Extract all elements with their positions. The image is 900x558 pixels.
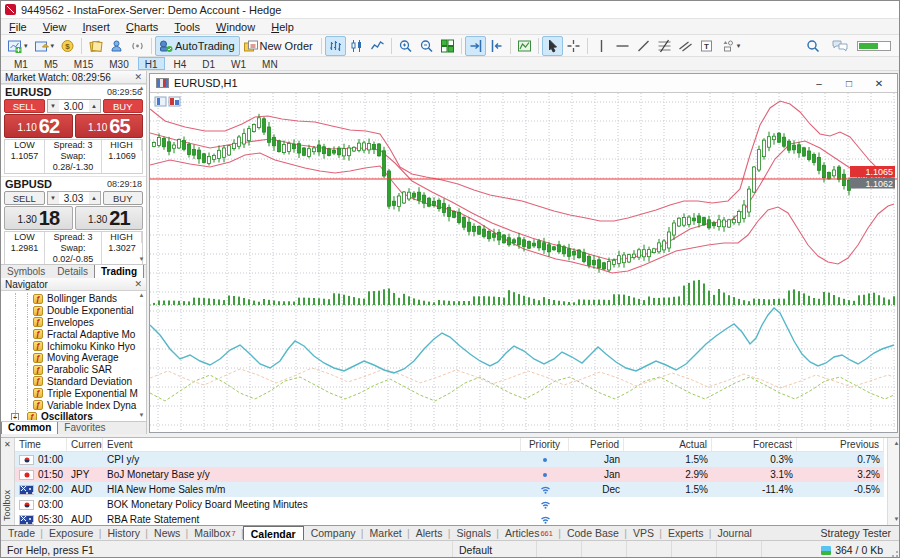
resize-grip[interactable] — [889, 541, 899, 558]
volume-stepper[interactable]: ▼3.00▲ — [47, 99, 101, 113]
tab-code-base[interactable]: Code Base| — [560, 526, 626, 540]
navigator-item-parabolic-sar[interactable]: ƒParabolic SAR — [1, 364, 146, 376]
navigator-item-envelopes[interactable]: ƒEnvelopes — [1, 317, 146, 329]
calendar-row[interactable]: 03:00BOK Monetary Policy Board Meeting M… — [15, 497, 884, 512]
tab-experts[interactable]: Experts| — [661, 526, 711, 540]
navigator-item-double-exponential[interactable]: ƒDouble Exponential — [1, 305, 146, 317]
open-profile-icon[interactable]: ▾ — [31, 36, 58, 56]
tab-signals[interactable]: Signals| — [450, 526, 498, 540]
column-header-priority[interactable]: Priority — [521, 438, 569, 451]
tab-details[interactable]: Details — [51, 265, 94, 278]
tab-news[interactable]: News| — [147, 526, 187, 540]
tab-market[interactable]: Market| — [363, 526, 409, 540]
calendar-row[interactable]: 01:00CPI y/yJan1.5%0.3%0.7% — [15, 452, 884, 467]
tab-company[interactable]: Company| — [304, 526, 363, 540]
ask-price-panel[interactable]: 1.1065 — [75, 114, 144, 138]
trendline-icon[interactable] — [633, 36, 654, 56]
stepper-up-icon[interactable]: ▲ — [89, 100, 100, 112]
symbol-name[interactable]: EURUSD — [5, 86, 51, 98]
column-header-previous[interactable]: Previous — [797, 438, 884, 451]
timeframe-m15[interactable]: M15 — [67, 57, 100, 70]
chat-icon[interactable] — [829, 36, 851, 56]
chart-title-bar[interactable]: EURUSD,H1 – □ ✕ — [150, 74, 897, 93]
maximize-icon[interactable]: □ — [843, 78, 855, 89]
tab-alerts[interactable]: Alerts| — [409, 526, 450, 540]
new-order-button[interactable]: New Order — [240, 36, 318, 56]
shapes-icon[interactable]: ▾ — [717, 36, 744, 56]
signal-icon[interactable] — [127, 36, 148, 56]
vertical-line-icon[interactable] — [591, 36, 612, 56]
dropdown-caret-icon[interactable]: ▾ — [737, 42, 741, 50]
scroll-down-icon[interactable]: ▼ — [892, 515, 900, 524]
autotrading-robot-button[interactable]: AutoTrading — [155, 36, 240, 56]
navigator-item-moving-average[interactable]: ƒMoving Average — [1, 352, 146, 364]
zoom-in-icon[interactable] — [395, 36, 416, 56]
tab-trade[interactable]: Trade| — [1, 526, 42, 540]
tab-mailbox[interactable]: Mailbox7| — [187, 526, 242, 540]
timeframe-h4[interactable]: H4 — [167, 57, 194, 70]
tab-common[interactable]: Common — [1, 421, 58, 434]
tab-journal[interactable]: Journal — [711, 526, 759, 540]
menu-window[interactable]: Window — [208, 20, 263, 34]
tab-history[interactable]: History| — [100, 526, 147, 540]
search-icon[interactable] — [803, 36, 823, 56]
volume-stepper[interactable]: ▼3.03▲ — [47, 191, 101, 205]
timeframe-m30[interactable]: M30 — [102, 57, 135, 70]
menu-tools[interactable]: Tools — [166, 20, 208, 34]
volume-value[interactable]: 3.03 — [59, 193, 89, 204]
menu-file[interactable]: File — [1, 20, 35, 34]
tab-trading[interactable]: Trading — [94, 264, 144, 278]
dropdown-caret-icon[interactable]: ▾ — [51, 42, 55, 50]
tab-vps[interactable]: VPS| — [626, 526, 661, 540]
column-header-currency[interactable]: Currency — [67, 438, 103, 451]
line-chart-icon[interactable] — [367, 36, 388, 56]
channel-icon[interactable] — [675, 36, 696, 56]
navigator-item-variable-index-dyna[interactable]: ƒVariable Index Dyna — [1, 399, 146, 411]
horizontal-line-icon[interactable] — [612, 36, 633, 56]
chart-shift-icon[interactable] — [486, 36, 507, 56]
timeframe-d1[interactable]: D1 — [195, 57, 222, 70]
history-center-icon[interactable]: $ — [57, 36, 78, 56]
news-docs-icon[interactable] — [85, 36, 106, 56]
scroll-down-icon[interactable]: ▼ — [137, 255, 146, 264]
scroll-up-icon[interactable]: ▲ — [892, 439, 900, 448]
close-icon[interactable]: ✕ — [134, 72, 142, 82]
scroll-down-icon[interactable]: ▼ — [137, 411, 146, 420]
volume-value[interactable]: 3.00 — [59, 101, 89, 112]
menu-charts[interactable]: Charts — [118, 20, 166, 34]
timeframe-m1[interactable]: M1 — [7, 57, 35, 70]
close-icon[interactable]: ✕ — [4, 440, 11, 449]
bid-price-panel[interactable]: 1.3018 — [4, 206, 73, 230]
zoom-out-icon[interactable] — [416, 36, 437, 56]
menu-help[interactable]: Help — [263, 20, 302, 34]
stepper-down-icon[interactable]: ▼ — [48, 100, 59, 112]
tab-symbols[interactable]: Symbols — [1, 265, 51, 278]
market-watch-scrollbar[interactable]: ▲▼ — [137, 84, 146, 264]
fibonacci-icon[interactable] — [654, 36, 675, 56]
calendar-scrollbar[interactable]: ▲ ▼ — [887, 438, 900, 525]
tab-exposure[interactable]: Exposure| — [42, 526, 100, 540]
crosshair-icon[interactable] — [563, 36, 584, 56]
bid-price-panel[interactable]: 1.1062 — [4, 114, 73, 138]
candles-chart-icon[interactable] — [346, 36, 367, 56]
strategy-tester-label[interactable]: Strategy Tester — [813, 526, 899, 540]
column-header-forecast[interactable]: Forecast — [712, 438, 797, 451]
menu-view[interactable]: View — [35, 20, 75, 34]
ask-price-panel[interactable]: 1.3021 — [75, 206, 144, 230]
cursor-icon[interactable] — [542, 36, 563, 56]
close-icon[interactable]: ✕ — [873, 78, 885, 89]
tab-favorites[interactable]: Favorites — [58, 421, 111, 434]
column-header-period[interactable]: Period — [569, 438, 624, 451]
bars-chart-icon[interactable] — [325, 36, 346, 56]
menu-insert[interactable]: Insert — [74, 20, 118, 34]
navigator-item-ichimoku-kinko-hyo[interactable]: ƒIchimoku Kinko Hyo — [1, 340, 146, 352]
scroll-up-icon[interactable]: ▲ — [137, 291, 146, 300]
dropdown-caret-icon[interactable]: ▾ — [24, 42, 28, 50]
new-chart-icon[interactable]: ▾ — [4, 36, 31, 56]
tab-calendar[interactable]: Calendar — [243, 526, 304, 540]
symbol-name[interactable]: GBPUSD — [5, 178, 52, 190]
sell-button[interactable]: SELL — [4, 99, 45, 113]
tab-articles[interactable]: Articles661| — [498, 526, 560, 540]
close-icon[interactable]: ✕ — [134, 279, 142, 289]
calendar-row[interactable]: 02:00AUDHIA New Home Sales m/mDec1.5%-11… — [15, 482, 884, 497]
